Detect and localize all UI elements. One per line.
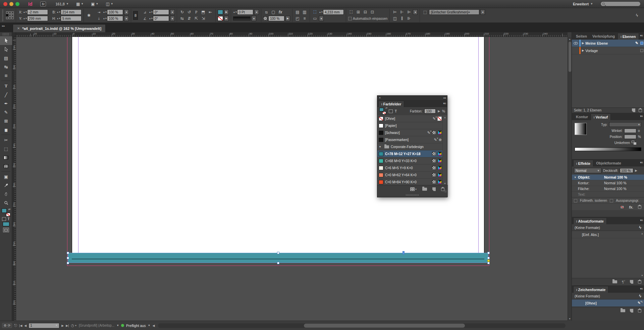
- eyedropper-tool[interactable]: [0, 181, 12, 190]
- arrange-documents-button[interactable]: ◫▼: [106, 2, 113, 6]
- layer-selection-indicator[interactable]: [640, 42, 643, 45]
- vertical-scrollbar[interactable]: ▲ ▼: [568, 37, 572, 321]
- scroll-up-icon[interactable]: ▲: [641, 300, 643, 303]
- handle-mid-right[interactable]: [487, 257, 490, 259]
- control-bar-grip[interactable]: [1, 9, 4, 22]
- drop-shadow-button[interactable]: ⧅: [263, 9, 269, 15]
- panel-menu-icon[interactable]: ▾≡: [443, 102, 446, 105]
- panel-menu-icon[interactable]: ▾≡: [640, 161, 643, 164]
- handle-top-left[interactable]: [67, 252, 69, 254]
- redefine-style-icon[interactable]: ¶+: [622, 280, 625, 284]
- handle-mid-left[interactable]: [67, 257, 69, 259]
- width-stepper[interactable]: ▲▼: [57, 9, 60, 15]
- scissors-tool[interactable]: ✂: [0, 136, 12, 144]
- selection-tool[interactable]: [0, 36, 12, 45]
- isolate-blending-checkbox[interactable]: [574, 199, 577, 202]
- align-right-button[interactable]: ⊫: [406, 9, 412, 15]
- width-field[interactable]: 214 mm: [61, 9, 82, 15]
- opacity-field[interactable]: 100 %: [620, 168, 633, 173]
- tab-zeichenformate[interactable]: ▴▾ Zeichenformate: [573, 286, 608, 293]
- page-number-field[interactable]: 1▼: [29, 323, 59, 328]
- opacity-arrow-icon[interactable]: ▶: [635, 169, 637, 172]
- object-style-field[interactable]: [Einfacher Grafikrahmen]+: [429, 9, 479, 15]
- panel-menu-icon[interactable]: ▾≡: [640, 287, 643, 290]
- lightning-icon[interactable]: ϟ: [639, 225, 641, 230]
- fill-swatch[interactable]: [218, 10, 223, 14]
- selected-rectangle[interactable]: [68, 253, 488, 263]
- line-tool[interactable]: ╱: [0, 90, 12, 99]
- stroke-weight-dropdown[interactable]: ▼: [254, 9, 259, 15]
- distribute-right-button[interactable]: ⊪: [406, 16, 412, 21]
- scale-x-stepper[interactable]: ▲▼: [103, 9, 106, 15]
- panel-menu-icon[interactable]: ▾≡: [640, 114, 643, 118]
- layer-selection-indicator[interactable]: [640, 49, 643, 52]
- formatting-text-button[interactable]: T: [395, 109, 397, 113]
- screen-mode-button[interactable]: ▣▼: [91, 2, 98, 6]
- shear-field[interactable]: 0°: [153, 9, 169, 15]
- tint-field[interactable]: 100: [424, 109, 436, 113]
- corner-style-dropdown[interactable]: ▼: [319, 16, 324, 21]
- fill-frame-proportionally-button[interactable]: ⊞: [355, 9, 361, 15]
- last-page-button[interactable]: ▶|: [66, 324, 69, 327]
- hand-tool[interactable]: [0, 190, 12, 198]
- close-panel-icon[interactable]: ✕: [379, 96, 381, 99]
- opacity-field[interactable]: 100 %: [268, 16, 284, 21]
- reference-point-proxy[interactable]: [4, 9, 16, 22]
- paragraph-style-item[interactable]: [Einf. Abs.]: [572, 231, 644, 238]
- collapse-panel-icon[interactable]: ◂◂: [443, 96, 446, 99]
- new-layer-button[interactable]: [632, 108, 635, 112]
- corner-radius-field[interactable]: 4,233 mm: [323, 9, 344, 15]
- scale-x-field[interactable]: 100 %: [107, 9, 123, 15]
- zoom-tool[interactable]: [0, 198, 12, 207]
- effects-target-row[interactable]: ▼Objekt:Normal 100 %: [572, 175, 644, 180]
- direct-selection-tool[interactable]: [0, 45, 12, 54]
- y-stepper[interactable]: ▲▼: [23, 16, 26, 21]
- new-color-group-button[interactable]: ▼: [410, 187, 417, 191]
- tab-objektformate[interactable]: Objektformate: [593, 160, 624, 167]
- fit-content-proportionally-button[interactable]: ⛶: [348, 9, 354, 15]
- opacity-dropdown[interactable]: ▶: [285, 16, 290, 21]
- scale-y-dropdown[interactable]: ▼: [124, 16, 129, 21]
- stroke-type-dropdown[interactable]: ▼: [252, 16, 256, 21]
- color-profile-dropdown[interactable]: [Grundprofil] (Arbeitsp...: [79, 324, 114, 327]
- stroke-type-swatch[interactable]: [233, 16, 251, 20]
- tint-arrow-icon[interactable]: ▶: [438, 109, 440, 113]
- effects-target-row[interactable]: Fläche:Normal 100 %: [572, 186, 644, 192]
- bridge-button[interactable]: Br: [40, 2, 46, 6]
- handle-top-center[interactable]: [277, 252, 279, 254]
- rectangle-tool[interactable]: ▆: [0, 125, 12, 134]
- style-group-button[interactable]: [621, 309, 625, 312]
- select-content-button[interactable]: ⇤: [207, 9, 213, 15]
- canvas[interactable]: [16, 37, 568, 321]
- delete-style-button[interactable]: [638, 309, 641, 313]
- rotate-ccw-button[interactable]: ↺: [186, 9, 192, 15]
- scale-y-stepper[interactable]: ▲▼: [103, 16, 106, 21]
- object-style-dropdown[interactable]: ▼: [480, 9, 485, 15]
- scroll-down-icon[interactable]: ▼: [568, 317, 572, 321]
- blend-mode-dropdown[interactable]: Normal▼: [574, 168, 601, 173]
- swatch-row[interactable]: [Schwarz]✎: [377, 129, 443, 136]
- tab-verknuepfung[interactable]: Verknüpfung: [590, 33, 618, 40]
- vertical-ruler[interactable]: 1902002102202302402502602702802903003103…: [12, 37, 16, 321]
- gradient-thumbnail[interactable]: [575, 123, 587, 135]
- align-dropdown[interactable]: ▼: [413, 9, 418, 15]
- swatch-row[interactable]: C=0 M=84 Y=90 K=0: [377, 179, 443, 186]
- distribute-left-button[interactable]: ◫: [392, 16, 398, 21]
- gap-tool[interactable]: ↹: [0, 62, 12, 71]
- lightning-icon[interactable]: ϟ: [639, 293, 641, 298]
- scroll-up-icon[interactable]: ▲: [568, 37, 572, 41]
- maximize-button[interactable]: [15, 2, 19, 6]
- paragraph-direction-button[interactable]: P: [193, 9, 199, 15]
- search-input[interactable]: [600, 1, 641, 6]
- wrap-none-button[interactable]: ▤: [294, 9, 301, 15]
- handle-reference[interactable]: [402, 251, 405, 254]
- select-next-button[interactable]: ⇲: [200, 16, 206, 21]
- preview-toggle-button[interactable]: ⚙⟳: [2, 323, 12, 328]
- shear-dropdown[interactable]: ▼: [170, 9, 175, 15]
- layer-row[interactable]: ▶Vorlage: [572, 47, 644, 54]
- tab-farbfelder[interactable]: ▴▾ Farbfelder: [378, 101, 404, 107]
- rotation-field[interactable]: 0°: [153, 16, 169, 21]
- delete-effect-button[interactable]: [638, 205, 641, 209]
- handle-bottom-center[interactable]: [277, 262, 279, 264]
- screen-mode-button[interactable]: [3, 228, 9, 232]
